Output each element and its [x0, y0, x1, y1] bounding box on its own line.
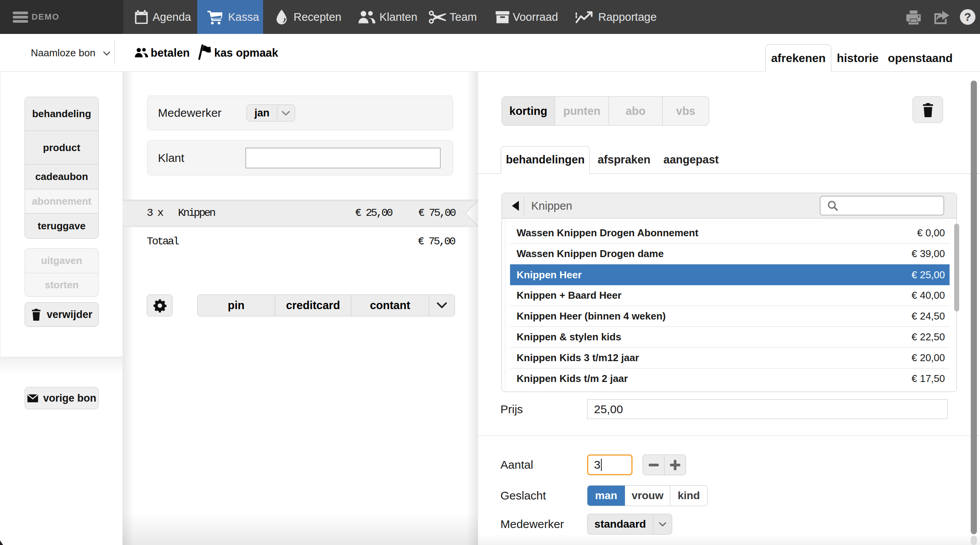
- svg-text:?: ?: [964, 10, 971, 23]
